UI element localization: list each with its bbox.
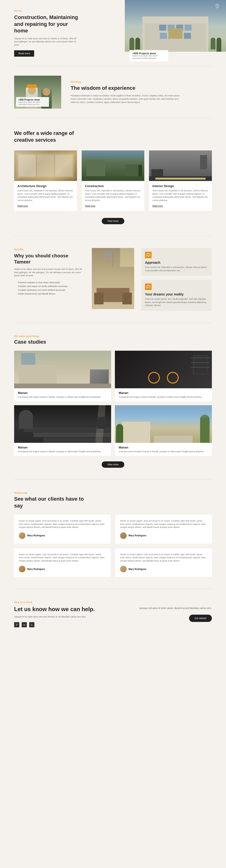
cta-label: Give us a shout xyxy=(14,601,125,603)
service-int-image xyxy=(149,150,212,181)
service-int-readmore[interactable]: Read more xyxy=(152,205,163,207)
hero-section: We do Construction, Maintaining and repa… xyxy=(0,0,226,66)
twitter-icon-label: t xyxy=(31,624,32,626)
experience-title: The wisdom of experience xyxy=(70,85,212,91)
service-const-readmore[interactable]: Read more xyxy=(85,205,95,207)
testimonial-text-3: Donec mi ornare sapien. Duis accumsan in… xyxy=(120,553,207,563)
service-arch-image xyxy=(14,150,77,181)
svg-rect-0 xyxy=(147,254,150,256)
case-label: We make great things xyxy=(14,335,212,338)
why-section: Benefits Why you should choose Tameer Nu… xyxy=(0,236,226,323)
why-left: Benefits Why you should choose Tameer Nu… xyxy=(14,248,85,296)
why-list-item-3: Nullam laoreet lorem sed blandit dictum. xyxy=(14,292,85,296)
case-view-more-button[interactable]: View more xyxy=(102,461,124,468)
case-name-0: Manan xyxy=(18,391,107,395)
testimonial-text-2: Donec mi ornare sapien. Duis accumsan in… xyxy=(19,553,106,563)
testimonial-card-2: Donec mi ornare sapien. Duis accumsan in… xyxy=(14,548,111,577)
service-card-interior: Interior Design Cras cursus nisi, imperd… xyxy=(149,150,212,211)
cta-right: quisque nisl anon et tortor donec divorc… xyxy=(139,607,212,622)
approach-card: Approach Cras cursus nisi, imperdiet in … xyxy=(141,248,212,276)
experience-section: +500 Projects done Dolore ut ex nibum na… xyxy=(0,66,226,118)
testimonial-author-2: Mary Rodrigues xyxy=(19,566,106,572)
facebook-icon[interactable]: f xyxy=(14,622,19,627)
approach-title: Approach xyxy=(145,261,208,265)
case-card-3: Manan Cras arcu prima tincidunt massa in… xyxy=(115,405,212,456)
case-card-2: Manan Consequat sed magna massa in bland… xyxy=(14,405,111,456)
case-content-0: Manan Consequat sed magna massa in bland… xyxy=(14,388,111,401)
why-list-item-1: Curabitur sed noqua non facilis sollicit… xyxy=(14,284,85,288)
experience-projects-count: +500 Projects done xyxy=(18,98,47,101)
cta-left: Give us a shout Let us know how we can h… xyxy=(14,601,125,627)
hero-title: Construction, Maintaining and repairing … xyxy=(14,14,80,34)
service-arch-desc: Cras cursus nisi, imperdiet in nisl fauc… xyxy=(18,189,74,202)
case-content-1: Manan Consequat sed magna massa in bland… xyxy=(115,388,212,401)
cta-title: Let us know how we can help. xyxy=(14,606,125,613)
case-desc-0: Consequat sed magna massa in blandit. Qu… xyxy=(18,396,107,399)
cta-tagline: quisque nisl anon et tortor donec divorc… xyxy=(139,607,212,610)
approach-icon xyxy=(145,252,151,258)
hero-right: 9 +500 Projects done Dolore ut ex nibum … xyxy=(125,0,226,66)
hero-description: Aliquam et ex nulla varius sem duis id. … xyxy=(14,37,80,47)
testimonial-author-3: Mary Rodrigues xyxy=(120,566,207,572)
service-const-content: Constraction Cras cursus nisi, imperdiet… xyxy=(82,181,145,211)
instagram-icon-label: in xyxy=(23,624,25,626)
why-center-img-block xyxy=(92,248,134,309)
service-const-desc: Cras cursus nisi, imperdiet in nisl fauc… xyxy=(85,189,141,202)
case-image-1 xyxy=(115,351,212,388)
cta-description: Aliquam et ex nulla varius sem duis divi… xyxy=(14,615,125,619)
testimonial-author-1: Mary Rodrigues xyxy=(120,532,207,539)
testimonial-avatar-0 xyxy=(19,532,25,539)
dreams-card: Your dreams your reality Fusce eu ornare… xyxy=(141,280,212,311)
experience-description: Phasellus sollicitudin in neque at sodal… xyxy=(70,94,183,104)
testimonials-title: See what our clients have to say xyxy=(14,496,89,509)
case-card-1: Manan Consequat sed magna massa in bland… xyxy=(115,351,212,401)
testimonial-avatar-2 xyxy=(19,566,25,572)
case-desc-1: Consequat sed magna massa in blandit. Qu… xyxy=(119,396,208,399)
case-view-more-wrapper: View more xyxy=(14,461,212,468)
monitor-icon xyxy=(146,253,150,257)
chat-icon xyxy=(146,285,150,289)
we-bring-label: We bring xyxy=(70,81,212,83)
testimonial-author-0: Mary Rodrigues xyxy=(19,532,106,539)
why-right: Approach Cras cursus nisi, imperdiet in … xyxy=(141,248,212,311)
service-card-architecture: Architecture Design Cras cursus nisi, im… xyxy=(14,150,77,211)
hero-left: We do Construction, Maintaining and repa… xyxy=(0,0,125,66)
case-title: Case studies xyxy=(14,339,212,345)
dreams-icon xyxy=(145,283,151,290)
case-image-3 xyxy=(115,405,212,443)
case-name-2: Manan xyxy=(18,446,107,449)
why-list: Praesent molestie sit risus etiam ullamc… xyxy=(14,281,85,296)
case-desc-3: Cras arcu prima tincidunt massa in bland… xyxy=(119,450,208,453)
testimonial-card-0: Donec mi ornare sapien. Duis accumsan in… xyxy=(14,515,111,544)
testimonial-name-2: Mary Rodrigues xyxy=(27,568,45,570)
hero-projects-sub: Dolore ut ex nibum nam silit nf accumsan… xyxy=(132,55,165,60)
case-grid: Manan Consequat sed magna massa in bland… xyxy=(14,351,212,456)
testimonials-label: Testimonial xyxy=(14,492,212,494)
service-int-desc: Cras cursus nisi, imperdiet in nisl fauc… xyxy=(152,189,208,202)
testimonial-card-3: Donec mi ornare sapien. Duis accumsan in… xyxy=(115,548,212,577)
case-image-2 xyxy=(14,405,111,443)
hero-building-image: 9 xyxy=(125,0,226,52)
testimonial-avatar-3 xyxy=(120,566,126,572)
twitter-icon[interactable]: t xyxy=(29,622,34,627)
experience-content: We bring The wisdom of experience Phasel… xyxy=(70,81,212,104)
testimonial-card-1: Donec mi ornare sapien. Duis accumsan in… xyxy=(115,515,212,544)
approach-description: Cras cursus nisi, imperdiet in nisl fauc… xyxy=(145,266,208,272)
services-grid: Architecture Design Cras cursus nisi, im… xyxy=(14,150,212,211)
case-content-3: Manan Cras arcu prima tincidunt massa in… xyxy=(115,443,212,456)
read-more-button[interactable]: Read more xyxy=(14,50,34,57)
case-studies-section: We make great things Case studies Manan … xyxy=(0,323,226,479)
service-arch-content: Architecture Design Cras cursus nisi, im… xyxy=(14,181,77,211)
dreams-title: Your dreams your reality xyxy=(145,292,208,296)
instagram-icon[interactable]: in xyxy=(22,622,27,627)
testimonials-grid: Donec mi ornare sapien. Duis accumsan in… xyxy=(14,515,212,577)
experience-projects-sub: Dolore ut ex nibum nam silit nf accumsan… xyxy=(18,101,47,105)
case-desc-2: Consequat sed magna massa in blandit. Qu… xyxy=(18,450,107,453)
get-started-button[interactable]: Get started xyxy=(189,615,212,622)
service-int-content: Interior Design Cras cursus nisi, imperd… xyxy=(149,181,212,211)
service-arch-readmore[interactable]: Read more xyxy=(18,205,28,207)
testimonial-name-0: Mary Rodrigues xyxy=(27,534,45,537)
services-view-more-button[interactable]: View more xyxy=(102,218,124,224)
cta-section: Give us a shout Let us know how we can h… xyxy=(0,589,226,639)
hero-projects-count: +500 Projects done xyxy=(132,52,165,55)
